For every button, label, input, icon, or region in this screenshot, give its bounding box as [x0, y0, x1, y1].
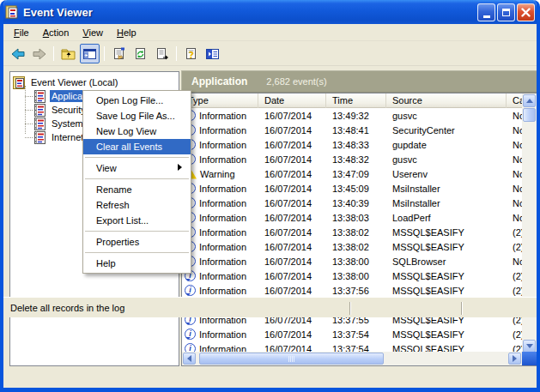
- properties-button[interactable]: [109, 44, 129, 63]
- refresh-button[interactable]: [130, 44, 150, 63]
- scroll-right-button[interactable]: [508, 353, 521, 365]
- status-bar: Delete all records in the log: [3, 297, 537, 317]
- scroll-left-icon: [187, 355, 191, 362]
- horizontal-scrollbar[interactable]: [182, 352, 522, 365]
- column-header-time[interactable]: Time: [326, 93, 386, 108]
- scroll-up-button[interactable]: [523, 94, 536, 107]
- event-type-label: Information: [199, 184, 246, 194]
- forward-button[interactable]: [29, 44, 49, 63]
- back-button[interactable]: [8, 44, 27, 63]
- event-date-cell: 16/07/2014: [258, 111, 326, 121]
- event-source-cell: Userenv: [386, 169, 507, 179]
- event-time-cell: 13:48:32: [326, 154, 386, 165]
- tree-item-event-viewer-local[interactable]: Event Viewer (Local): [10, 75, 179, 89]
- event-type-cell: iInformation: [182, 183, 258, 194]
- menu-item-refresh[interactable]: Refresh: [83, 197, 191, 213]
- menu-item-open-log-file[interactable]: Open Log File...: [83, 93, 191, 108]
- event-date-cell: 16/07/2014: [258, 125, 326, 136]
- event-category-cell: (2): [507, 329, 522, 340]
- log-file-icon: [33, 118, 46, 130]
- close-button[interactable]: [517, 3, 535, 21]
- export-list-button[interactable]: [152, 44, 172, 63]
- export-list-icon: [155, 47, 169, 60]
- event-source-cell: LoadPerf: [386, 213, 507, 223]
- event-type-cell: iInformation: [182, 124, 258, 136]
- status-panel-separator: [461, 302, 463, 315]
- show-hide-action-pane-button[interactable]: [203, 44, 222, 63]
- show-hide-console-tree-button[interactable]: [80, 44, 100, 63]
- event-date-cell: 16/07/2014: [258, 213, 326, 223]
- scroll-right-icon: [513, 355, 517, 362]
- table-row[interactable]: iInformation16/07/201413:48:32gusvcNo: [182, 152, 522, 166]
- table-row[interactable]: iInformation16/07/201413:38:00MSSQL$EASI…: [182, 268, 522, 283]
- status-panel-separator: [349, 302, 351, 315]
- menu-item-properties[interactable]: Properties: [83, 234, 191, 250]
- table-row[interactable]: iInformation16/07/201413:37:56MSSQL$EASI…: [182, 283, 522, 298]
- menu-item-export-list[interactable]: Export List...: [83, 213, 191, 228]
- event-source-cell: MSSQL$EASIFY: [386, 242, 507, 252]
- event-date-cell: 16/07/2014: [258, 256, 326, 267]
- event-type-label: Information: [199, 154, 246, 165]
- up-one-level-icon: [61, 48, 76, 60]
- event-type-label: Information: [199, 329, 246, 340]
- table-row[interactable]: iInformation16/07/201413:48:33gupdateNo: [182, 137, 522, 152]
- menu-help[interactable]: Help: [110, 26, 143, 39]
- event-category-cell: No: [507, 198, 522, 208]
- toolbar-separator: [176, 46, 177, 61]
- menu-item-rename[interactable]: Rename: [83, 182, 191, 197]
- vertical-scroll-thumb[interactable]: [523, 108, 536, 122]
- up-one-level-button[interactable]: [58, 44, 78, 63]
- menu-item-clear-all-events[interactable]: Clear all Events: [83, 139, 191, 154]
- scroll-left-button[interactable]: [183, 353, 196, 365]
- event-viewer-window: Event Viewer FileActionViewHelp: [0, 0, 540, 392]
- event-date-cell: 16/07/2014: [258, 271, 326, 281]
- caption-buttons: [477, 3, 535, 21]
- menu-item-view[interactable]: View: [83, 160, 191, 176]
- table-row[interactable]: !Warning16/07/201413:47:09UserenvNo: [182, 166, 522, 181]
- event-type-label: Information: [199, 256, 246, 267]
- tree-connector-stub: [25, 96, 33, 97]
- menu-item-new-log-view[interactable]: New Log View: [83, 124, 191, 139]
- taskpad-event-count: 2,682 event(s): [266, 76, 326, 87]
- table-row[interactable]: iInformation16/07/201413:37:54MSSQL$EASI…: [182, 327, 522, 341]
- table-row[interactable]: iInformation16/07/201413:38:02MSSQL$EASI…: [182, 225, 522, 239]
- svg-text:?: ?: [188, 50, 193, 60]
- scroll-down-button[interactable]: [523, 340, 536, 353]
- menu-action[interactable]: Action: [36, 26, 76, 39]
- table-row[interactable]: iInformation16/07/201413:38:02MSSQL$EASI…: [182, 239, 522, 254]
- horizontal-scroll-thumb[interactable]: [199, 353, 384, 365]
- event-type-cell: iInformation: [182, 226, 258, 238]
- table-row[interactable]: iInformation16/07/201413:49:32gusvcNo: [182, 108, 522, 123]
- table-row[interactable]: iInformation16/07/201413:40:39MsiInstall…: [182, 196, 522, 210]
- minimize-button[interactable]: [477, 3, 495, 21]
- menu-item-save-log-file-as[interactable]: Save Log File As...: [83, 108, 191, 124]
- table-row[interactable]: iInformation16/07/201413:48:41SecurityCe…: [182, 123, 522, 137]
- tree-item-label: Internet: [50, 131, 85, 143]
- menu-separator: [85, 157, 189, 158]
- help-button[interactable]: ?: [181, 44, 201, 63]
- event-date-cell: 16/07/2014: [258, 242, 326, 252]
- maximize-button[interactable]: [497, 3, 515, 21]
- column-header-type[interactable]: Type: [182, 93, 258, 108]
- event-type-cell: iInformation: [182, 110, 258, 121]
- log-file-icon: [33, 104, 46, 117]
- event-source-cell: MSSQL$EASIFY: [386, 227, 507, 238]
- column-header-source[interactable]: Source: [386, 93, 507, 108]
- table-row[interactable]: iInformation16/07/201413:45:09MsiInstall…: [182, 181, 522, 196]
- titlebar[interactable]: Event Viewer: [0, 0, 540, 24]
- help-icon: ?: [185, 47, 198, 60]
- table-row[interactable]: iInformation16/07/201413:38:03LoadPerfNo: [182, 210, 522, 225]
- menu-file[interactable]: File: [7, 26, 36, 39]
- event-type-label: Information: [199, 111, 246, 121]
- event-type-cell: iInformation: [182, 329, 258, 340]
- submenu-arrow-icon: [178, 164, 185, 171]
- menu-separator: [85, 178, 189, 179]
- column-header-date[interactable]: Date: [258, 93, 326, 108]
- event-date-cell: 16/07/2014: [258, 329, 326, 340]
- menu-item-help[interactable]: Help: [83, 256, 191, 271]
- menu-view[interactable]: View: [76, 26, 110, 39]
- table-row[interactable]: iInformation16/07/201413:38:00SQLBrowser…: [182, 254, 522, 268]
- menu-separator: [85, 252, 189, 253]
- event-viewer-app-icon: [5, 5, 19, 19]
- event-date-cell: 16/07/2014: [258, 169, 326, 179]
